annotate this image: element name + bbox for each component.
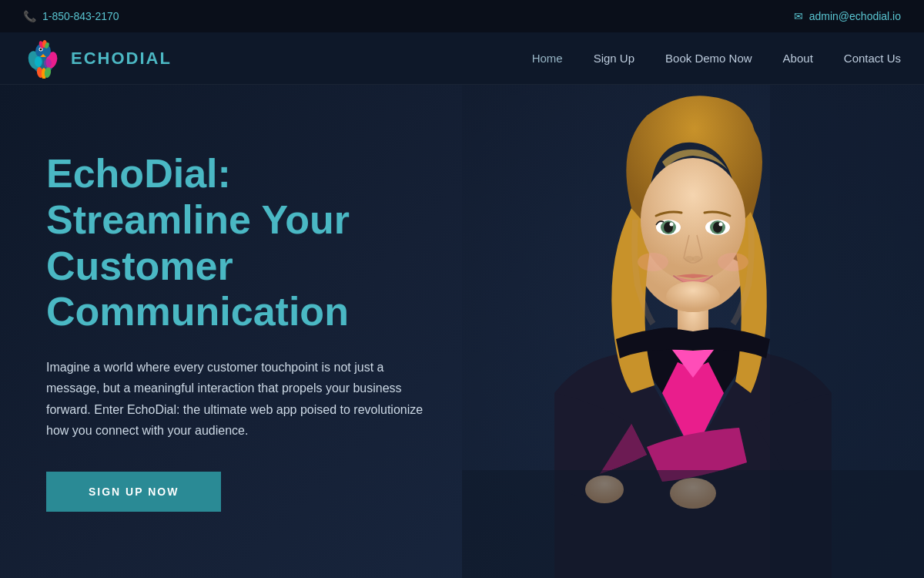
svg-point-14	[44, 59, 52, 68]
email-address: admin@echodial.io	[809, 10, 901, 22]
svg-point-31	[638, 253, 668, 271]
nav-home[interactable]: Home	[532, 52, 563, 65]
top-bar: 📞 1-850-843-2170 ✉ admin@echodial.io	[0, 0, 924, 32]
svg-point-13	[35, 56, 42, 67]
svg-point-9	[40, 48, 42, 50]
svg-point-28	[719, 223, 723, 227]
navbar: ECHODIAL Home Sign Up Book Demo Now Abou…	[0, 32, 924, 85]
phone-icon: 📞	[23, 10, 36, 22]
hero-woman-svg	[462, 85, 924, 578]
svg-point-33	[666, 281, 720, 312]
logo-text: ECHODIAL	[71, 49, 172, 69]
nav-contact[interactable]: Contact Us	[844, 52, 901, 65]
phone-number: 1-850-843-2170	[42, 10, 119, 22]
hero-title-line1: EchoDial:	[46, 151, 231, 196]
nav-about[interactable]: About	[783, 52, 813, 65]
email-link[interactable]: ✉ admin@echodial.io	[794, 10, 901, 22]
nav-book-demo[interactable]: Book Demo Now	[665, 52, 752, 65]
phone-link[interactable]: 📞 1-850-843-2170	[23, 10, 119, 22]
hero-content: EchoDial: Streamline Your Customer Commu…	[0, 151, 477, 512]
signup-now-button[interactable]: SIGN UP NOW	[46, 472, 221, 512]
hero-section: EchoDial: Streamline Your Customer Commu…	[0, 85, 924, 578]
svg-point-30	[692, 256, 701, 262]
svg-point-32	[718, 253, 748, 271]
email-icon: ✉	[794, 10, 803, 22]
hero-title: EchoDial: Streamline Your Customer Commu…	[46, 151, 431, 335]
hero-image	[462, 85, 924, 578]
svg-point-24	[670, 223, 674, 227]
hero-title-line3: Customer Communication	[46, 244, 349, 334]
nav-signup[interactable]: Sign Up	[594, 52, 634, 65]
logo-icon	[23, 39, 63, 79]
nav-links: Home Sign Up Book Demo Now About Contact…	[532, 52, 901, 65]
hero-title-line2: Streamline Your	[46, 197, 350, 242]
hero-description: Imagine a world where every customer tou…	[46, 357, 431, 441]
svg-rect-35	[462, 470, 924, 578]
logo-area[interactable]: ECHODIAL	[23, 39, 172, 79]
